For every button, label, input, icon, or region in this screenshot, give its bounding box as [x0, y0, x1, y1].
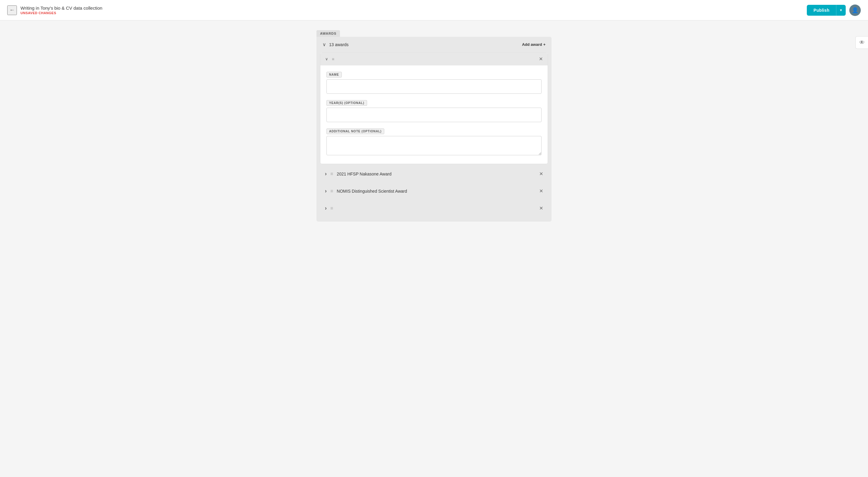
collapsed-card-chevron-2[interactable]: ›: [325, 205, 327, 211]
collapsed-card-drag-0[interactable]: ≡: [330, 171, 333, 177]
expanded-card-chevron[interactable]: ∨: [325, 57, 328, 61]
years-field-label: YEAR(S) (OPTIONAL): [327, 100, 367, 106]
years-input[interactable]: [327, 108, 541, 122]
expanded-card-drag-handle[interactable]: ≡: [332, 57, 335, 61]
expanded-card-close-button[interactable]: ✕: [539, 56, 543, 62]
name-field-group: NAME: [327, 71, 541, 94]
note-field-group: ADDITIONAL NOTE (OPTIONAL): [327, 128, 541, 156]
award-card-collapsed-0: ›≡2021 HFSP Nakasone Award✕: [320, 167, 548, 181]
note-textarea[interactable]: [327, 136, 541, 155]
user-icon: 👤: [852, 7, 858, 13]
name-input[interactable]: [327, 79, 541, 94]
collapsed-card-close-2[interactable]: ✕: [539, 205, 543, 211]
page-title: Writing in Tony's bio & CV data collecti…: [21, 5, 807, 10]
publish-button[interactable]: Publish: [807, 5, 836, 16]
awards-section-label: AWARDS: [316, 30, 340, 37]
award-card-collapsed-2: ›≡✕: [320, 201, 548, 216]
collapsed-card-header-2[interactable]: ›≡✕: [320, 201, 548, 216]
unsaved-changes-label: UNSAVED CHANGES: [21, 11, 807, 15]
header-actions: Publish ▾ 👤: [807, 4, 861, 16]
collapsed-card-header-1[interactable]: ›≡NOMIS Distinguished Scientist Award✕: [320, 184, 548, 199]
award-cards-list: ∨ ≡ ✕ NAME YEAR(S) (OPTIONAL): [316, 52, 552, 221]
add-icon: +: [543, 42, 546, 47]
awards-collapse-icon[interactable]: ∨: [322, 41, 326, 47]
award-card-expanded: ∨ ≡ ✕ NAME YEAR(S) (OPTIONAL): [320, 52, 548, 164]
chevron-down-icon: ▾: [840, 8, 842, 12]
main-content: AWARDS ∨ 13 awards Add award + ∨ ≡: [310, 21, 558, 231]
collapsed-card-chevron-1[interactable]: ›: [325, 188, 327, 194]
header-title-area: Writing in Tony's bio & CV data collecti…: [21, 5, 807, 15]
collapsed-card-drag-1[interactable]: ≡: [330, 188, 333, 194]
awards-count: 13 awards: [329, 42, 349, 47]
publish-dropdown-button[interactable]: ▾: [836, 5, 846, 16]
preview-button[interactable]: 👁: [855, 36, 868, 49]
award-card-collapsed-1: ›≡NOMIS Distinguished Scientist Award✕: [320, 184, 548, 199]
collapsed-cards-container: ›≡2021 HFSP Nakasone Award✕›≡NOMIS Disti…: [320, 167, 548, 218]
awards-container: ∨ 13 awards Add award + ∨ ≡ ✕: [316, 37, 552, 221]
header: ← Writing in Tony's bio & CV data collec…: [0, 0, 868, 21]
awards-count-row: ∨ 13 awards: [322, 41, 349, 47]
collapsed-card-close-1[interactable]: ✕: [539, 188, 543, 194]
eye-icon: 👁: [859, 39, 865, 46]
collapsed-card-drag-2[interactable]: ≡: [330, 206, 333, 211]
awards-header: ∨ 13 awards Add award +: [316, 37, 552, 52]
close-icon: ✕: [539, 56, 543, 62]
publish-button-group: Publish ▾: [807, 5, 846, 16]
avatar-button[interactable]: 👤: [849, 4, 861, 16]
collapsed-card-header-0[interactable]: ›≡2021 HFSP Nakasone Award✕: [320, 167, 548, 181]
collapsed-card-close-0[interactable]: ✕: [539, 171, 543, 177]
note-field-label: ADDITIONAL NOTE (OPTIONAL): [327, 128, 384, 134]
back-button[interactable]: ←: [7, 5, 17, 15]
collapsed-card-title-0: 2021 HFSP Nakasone Award: [337, 172, 392, 176]
add-award-label: Add award: [522, 42, 542, 47]
expanded-card-header-left: ∨ ≡: [325, 57, 335, 61]
collapsed-card-title-1: NOMIS Distinguished Scientist Award: [337, 189, 407, 193]
collapsed-card-chevron-0[interactable]: ›: [325, 171, 327, 177]
expanded-card-body: NAME YEAR(S) (OPTIONAL) ADDITIONAL NOTE …: [320, 65, 548, 164]
name-field-label: NAME: [327, 72, 342, 78]
years-field-group: YEAR(S) (OPTIONAL): [327, 100, 541, 122]
expanded-card-header: ∨ ≡ ✕: [320, 53, 548, 65]
add-award-button[interactable]: Add award +: [522, 42, 546, 47]
